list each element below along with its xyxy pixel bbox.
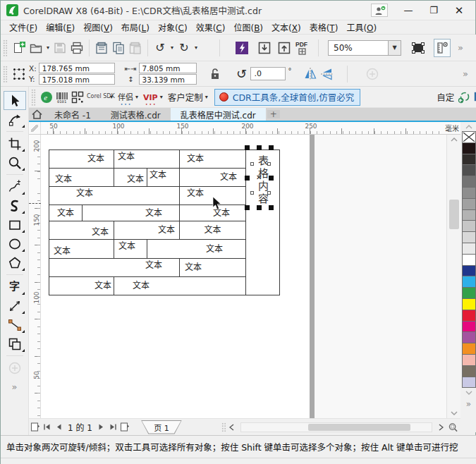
color-swatch[interactable] (462, 142, 476, 154)
toolbar-grip[interactable] (3, 39, 8, 56)
copy-icon[interactable] (110, 39, 127, 57)
freehand-tool-icon[interactable] (4, 177, 26, 196)
save-icon[interactable] (51, 39, 68, 57)
cut-icon[interactable] (93, 39, 110, 57)
table-cell[interactable]: 文本 (49, 204, 83, 221)
sync-icon[interactable] (457, 89, 471, 106)
color-swatch[interactable] (462, 243, 476, 255)
vip-menu[interactable]: VIP • • • ▾ (143, 89, 165, 106)
text-frame-handle[interactable] (267, 191, 271, 195)
palette-overflow-icon[interactable]: » (466, 399, 471, 409)
color-swatch[interactable] (462, 254, 476, 266)
rotation-angle-field[interactable]: .0 (250, 67, 286, 80)
print-icon[interactable] (68, 39, 85, 57)
dimension-tool-icon[interactable] (4, 296, 26, 315)
qrcode-icon[interactable] (71, 89, 84, 106)
text-frame-handle[interactable] (250, 191, 254, 195)
vertical-ruler[interactable]: 20015010050 (29, 135, 41, 418)
menu-item-C[interactable]: 对象(C) (154, 21, 192, 33)
zoom-dropdown-icon[interactable]: ▼ (389, 40, 401, 56)
menu-item-C[interactable]: 效果(C) (192, 21, 230, 33)
color-swatch[interactable] (462, 331, 476, 343)
menu-item-V[interactable]: 视图(V) (79, 21, 117, 33)
table-cell[interactable]: 文本 (147, 239, 246, 259)
scroll-right-icon[interactable] (436, 422, 446, 433)
import-icon[interactable] (256, 39, 273, 57)
companion-menu[interactable]: 伴侣 • • • ▾ (118, 89, 140, 106)
selection-handle[interactable] (269, 205, 274, 210)
table-cell[interactable]: 文本 (179, 258, 246, 277)
color-swatch[interactable] (462, 187, 476, 199)
home-icon[interactable] (29, 108, 44, 121)
scroll-up-icon[interactable] (447, 135, 461, 145)
pdf-publish-icon[interactable]: PDF (294, 39, 311, 57)
color-swatch[interactable] (462, 209, 476, 221)
custom-menu[interactable]: 客户定制 ▾ (168, 89, 210, 106)
table-cell[interactable]: 文本 (179, 168, 246, 187)
color-swatch[interactable] (462, 198, 476, 210)
selection-handle[interactable] (245, 205, 250, 210)
document-tab-2[interactable]: 乱表格居中测试.cdr (171, 108, 266, 121)
menu-item-L[interactable]: 布局(L) (117, 21, 154, 33)
vertical-scrollbar[interactable] (446, 135, 460, 418)
shape-tool-icon[interactable] (4, 110, 26, 129)
first-page-icon[interactable] (42, 422, 52, 433)
open-folder-icon[interactable] (28, 39, 44, 57)
scroll-down-icon[interactable] (447, 408, 461, 418)
redo-icon[interactable]: ↻ (176, 39, 193, 57)
color-swatch[interactable] (462, 220, 476, 232)
menu-item-B[interactable]: 位图(B) (229, 21, 267, 33)
zoom-level-field[interactable]: 50% (328, 40, 389, 56)
menu-item-E[interactable]: 编辑(E) (42, 21, 79, 33)
selection-handle[interactable] (245, 145, 250, 150)
color-swatch[interactable] (462, 231, 476, 243)
barcode-icon[interactable]: 0101 (56, 89, 68, 106)
color-swatch[interactable] (462, 287, 476, 299)
color-swatch[interactable] (462, 164, 476, 176)
open-dropdown-icon[interactable]: ▾ (44, 39, 51, 57)
palette-scroll-down-icon[interactable] (465, 388, 472, 398)
horizontal-scrollbar[interactable] (240, 422, 432, 432)
table-cell[interactable]: 文本 (49, 258, 180, 277)
paste-icon[interactable] (127, 39, 144, 57)
page-tab[interactable]: 页 1 (141, 420, 182, 434)
ellipse-tool-icon[interactable] (4, 234, 26, 253)
x-position-field[interactable]: 178.765 mm (39, 63, 115, 73)
selection-handle[interactable] (257, 205, 262, 210)
table-cell[interactable]: 文本 (114, 149, 180, 169)
color-swatch[interactable] (462, 298, 476, 310)
color-swatch[interactable] (462, 321, 476, 333)
property-bar-grip[interactable] (3, 66, 8, 83)
pick-tool-icon[interactable] (4, 91, 26, 110)
vertical-scroll-thumb[interactable] (449, 200, 459, 229)
maximize-button[interactable]: ❐ (423, 3, 444, 18)
close-button[interactable]: ✕ (448, 3, 470, 18)
minimize-button[interactable]: — (398, 3, 419, 18)
table-cell[interactable]: 文本 (179, 149, 246, 169)
table-cell[interactable]: 文本 (114, 276, 246, 295)
menu-item-X[interactable]: 文本(X) (267, 21, 305, 33)
toolbox-overflow-icon[interactable]: » (4, 377, 26, 396)
color-swatch[interactable] (462, 176, 476, 188)
add-page-end-icon[interactable] (120, 422, 130, 433)
color-swatch[interactable] (462, 365, 476, 377)
redo-dropdown-icon[interactable]: ▾ (193, 39, 200, 57)
new-document-icon[interactable] (11, 39, 28, 57)
toolbar-overflow-icon[interactable]: » (458, 42, 463, 53)
table-cell[interactable]: 文本 (49, 149, 114, 169)
add-page-start-icon[interactable] (30, 422, 40, 433)
scrollbar-grip[interactable] (221, 422, 226, 432)
color-swatch[interactable] (462, 265, 476, 277)
table-cell[interactable]: 文本 (114, 239, 147, 259)
table-cell[interactable]: 文本 (49, 186, 180, 205)
property-bar-overflow-icon[interactable]: » (463, 68, 468, 79)
horizontal-ruler[interactable]: 50100150200250 (41, 122, 444, 134)
color-swatch[interactable] (462, 354, 476, 366)
mirror-vertical-icon[interactable] (319, 65, 336, 83)
export-icon[interactable] (276, 39, 293, 57)
table-cell[interactable]: 文本 (49, 221, 114, 240)
undo-icon[interactable]: ↺ (152, 39, 169, 57)
palette-scroll-up-icon[interactable] (465, 122, 472, 132)
next-page-icon[interactable] (96, 422, 106, 433)
table-cell[interactable]: 文本 (82, 204, 180, 221)
